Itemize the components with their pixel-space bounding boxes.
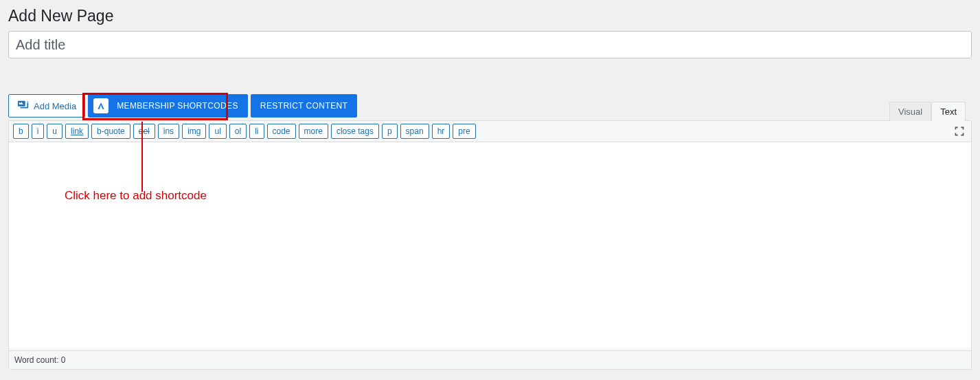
title-input[interactable] <box>8 31 972 58</box>
editor-tabs: Visual Text <box>889 102 966 121</box>
qt-img-button[interactable]: img <box>182 124 206 139</box>
qt-underline-button[interactable]: u <box>47 124 62 139</box>
qt-ul-button[interactable]: ul <box>209 124 226 139</box>
media-icon <box>17 99 30 113</box>
qt-ol-button[interactable]: ol <box>229 124 247 139</box>
title-input-wrap <box>8 31 972 58</box>
annotation-connector-line <box>141 122 143 192</box>
qt-more-button[interactable]: more <box>299 124 328 139</box>
content-textarea[interactable] <box>9 142 971 348</box>
editor-toolbar: Add Media MEMBERSHIP SHORTCODES RESTRICT… <box>8 94 972 118</box>
qt-blockquote-button[interactable]: b-quote <box>91 124 130 139</box>
membership-shortcodes-button[interactable]: MEMBERSHIP SHORTCODES <box>88 94 248 118</box>
page-title: Add New Page <box>0 0 980 31</box>
qt-italic-button[interactable]: i <box>32 124 45 139</box>
annotation-text: Click here to add shortcode <box>65 189 207 203</box>
qt-link-button[interactable]: link <box>65 124 89 139</box>
tab-visual[interactable]: Visual <box>889 102 931 121</box>
membership-shortcodes-label: MEMBERSHIP SHORTCODES <box>117 101 238 111</box>
qt-code-button[interactable]: code <box>267 124 296 139</box>
qt-p-button[interactable]: p <box>382 124 398 139</box>
add-media-label: Add Media <box>34 101 76 111</box>
restrict-content-label: RESTRICT CONTENT <box>260 101 348 111</box>
fullscreen-icon[interactable] <box>952 124 967 139</box>
quicktags-toolbar: b i u link b-quote del ins img ul ol li … <box>9 121 971 142</box>
armember-icon <box>93 98 109 113</box>
tab-text[interactable]: Text <box>931 102 966 121</box>
add-media-button[interactable]: Add Media <box>8 94 85 118</box>
qt-pre-button[interactable]: pre <box>453 124 475 139</box>
status-bar: Word count: 0 <box>9 350 971 369</box>
qt-span-button[interactable]: span <box>400 124 429 139</box>
qt-del-button[interactable]: del <box>133 124 155 139</box>
editor-container: Visual Text b i u link b-quote del ins i… <box>8 120 972 370</box>
qt-li-button[interactable]: li <box>249 124 264 139</box>
qt-hr-button[interactable]: hr <box>432 124 451 139</box>
qt-ins-button[interactable]: ins <box>158 124 179 139</box>
qt-bold-button[interactable]: b <box>13 124 29 139</box>
word-count-label: Word count: <box>14 355 58 365</box>
qt-close-tags-button[interactable]: close tags <box>331 124 379 139</box>
restrict-content-button[interactable]: RESTRICT CONTENT <box>251 94 358 118</box>
word-count-value: 0 <box>61 355 66 365</box>
